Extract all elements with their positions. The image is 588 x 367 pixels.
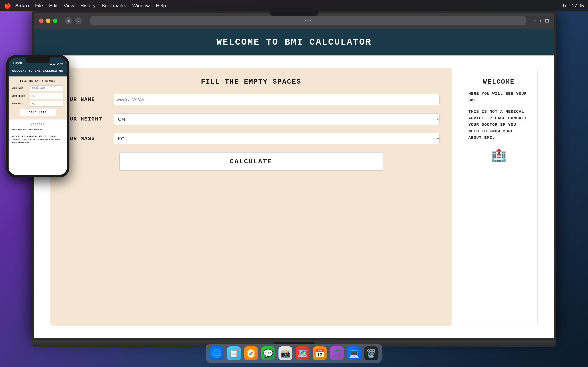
address-bar-dots: • • • bbox=[305, 18, 311, 23]
phone-status-icons: ▲▲ ⊙ ▭ bbox=[50, 62, 63, 65]
back-button[interactable]: ‹ bbox=[75, 17, 82, 25]
laptop-container: ⊞ ‹ • • • ↑ + ⊡ WELCOME TO BMI CALCULATO bbox=[32, 10, 556, 347]
mass-select[interactable]: KG bbox=[114, 133, 440, 144]
dock-icon-launchpad[interactable]: 📋 bbox=[227, 346, 241, 360]
menu-bar: 🍎 Safari File Edit View History Bookmark… bbox=[0, 0, 588, 11]
height-select[interactable]: CM bbox=[114, 113, 440, 125]
phone-height-row: YOUR HEIGHT bbox=[12, 93, 64, 99]
phone-body: 10:28 ▲▲ ⊙ ▭ WELCOME TO BMI CALCULATOR F… bbox=[6, 55, 69, 177]
dock-icon-messages[interactable]: 💬 bbox=[261, 346, 275, 360]
menu-safari[interactable]: Safari bbox=[15, 3, 29, 8]
menu-window[interactable]: Window bbox=[132, 3, 150, 8]
bmi-header: WELCOME TO BMI CALCULATOR bbox=[34, 29, 554, 55]
phone-height-input[interactable] bbox=[30, 93, 64, 99]
phone-mass-label: YOUR MASS bbox=[12, 103, 28, 105]
phone-welcome-text-2: THIS IS NOT A MEDICAL ADVICE. PLEASE CON… bbox=[12, 135, 64, 144]
mass-label: YOUR MASS bbox=[63, 136, 108, 142]
phone-screen: 10:28 ▲▲ ⊙ ▭ WELCOME TO BMI CALCULATOR F… bbox=[9, 58, 67, 175]
welcome-title: WELCOME bbox=[468, 78, 529, 86]
menu-bookmarks[interactable]: Bookmarks bbox=[102, 3, 126, 8]
menu-edit[interactable]: Edit bbox=[49, 3, 57, 8]
dock-icon-photos[interactable]: 📸 bbox=[278, 346, 292, 360]
browser-nav: ⊞ ‹ bbox=[65, 17, 82, 25]
name-label: YOUR NAME bbox=[63, 96, 108, 103]
battery-icon: ▭ bbox=[60, 62, 63, 65]
menu-history[interactable]: History bbox=[80, 3, 95, 8]
phone-welcome-text-1: HERE YOU WILL SEE YOUR BMI. bbox=[12, 128, 64, 131]
dock-icon-safari[interactable]: 🧭 bbox=[244, 346, 258, 360]
browser-content: WELCOME TO BMI CALCULATOR FILL THE EMPTY… bbox=[34, 29, 554, 338]
phone-mass-input[interactable] bbox=[30, 101, 64, 107]
dock-icon-trash[interactable]: 🗑️ bbox=[364, 346, 378, 360]
bmi-form-panel: FILL THE EMPTY SPACES YOUR NAME YOUR HEI… bbox=[51, 68, 452, 326]
browser-actions: ↑ + ⊡ bbox=[534, 18, 549, 24]
apple-menu-icon[interactable]: 🍎 bbox=[4, 2, 11, 9]
phone-form-title: FILL THE EMPTY SPACES bbox=[12, 80, 64, 83]
phone-name-row: YOUR NAME bbox=[12, 85, 64, 91]
phone-calculate-button[interactable]: CALCULATE bbox=[20, 109, 56, 116]
dock-icon-calendar[interactable]: 📅 bbox=[313, 346, 327, 360]
minimize-button[interactable] bbox=[46, 18, 51, 23]
dock: 🌐 📋 🧭 💬 📸 🗺️ 📅 🎵 💻 🗑️ bbox=[206, 344, 382, 363]
address-bar[interactable]: • • • bbox=[90, 16, 526, 25]
dock-icon-maps[interactable]: 🗺️ bbox=[296, 346, 310, 360]
bmi-form-title: FILL THE EMPTY SPACES bbox=[63, 78, 440, 86]
share-button[interactable]: ↑ bbox=[534, 18, 536, 24]
tabs-button[interactable]: ⊡ bbox=[545, 18, 549, 24]
bmi-welcome-panel: WELCOME HERE YOU WILL SEE YOUR BMI. THIS… bbox=[460, 68, 537, 326]
fullscreen-button[interactable] bbox=[53, 18, 57, 23]
phone-name-input[interactable] bbox=[30, 85, 64, 91]
mass-field-row: YOUR MASS KG bbox=[63, 133, 440, 144]
menu-bar-items: Safari File Edit View History Bookmarks … bbox=[15, 3, 166, 8]
phone-height-label: YOUR HEIGHT bbox=[12, 95, 28, 97]
new-tab-button[interactable]: + bbox=[539, 18, 542, 24]
menu-help[interactable]: Help bbox=[156, 3, 166, 8]
phone-header: WELCOME TO BMI CALCULATOR bbox=[9, 67, 67, 76]
calculate-button[interactable]: CALCULATE bbox=[119, 152, 383, 171]
bmi-app: WELCOME TO BMI CALCULATOR FILL THE EMPTY… bbox=[34, 29, 554, 338]
bmi-main-content: FILL THE EMPTY SPACES YOUR NAME YOUR HEI… bbox=[34, 55, 554, 338]
height-field-row: YOUR HEIGHT CM bbox=[63, 113, 440, 125]
hospital-icon: 🏥 bbox=[468, 148, 529, 162]
phone-mass-row: YOUR MASS bbox=[12, 101, 64, 107]
phone-app-title: WELCOME TO BMI CALCULATOR bbox=[12, 69, 64, 73]
phone-welcome-section: WELCOME HERE YOU WILL SEE YOUR BMI. THIS… bbox=[9, 119, 67, 147]
menu-view[interactable]: View bbox=[64, 3, 74, 8]
phone-content: FILL THE EMPTY SPACES YOUR NAME YOUR HEI… bbox=[9, 76, 67, 175]
close-button[interactable] bbox=[39, 18, 43, 23]
welcome-text-1: HERE YOU WILL SEE YOUR BMI. bbox=[468, 91, 529, 104]
phone-name-label: YOUR NAME bbox=[12, 87, 28, 90]
traffic-lights bbox=[39, 18, 57, 23]
phone-welcome-title: WELCOME bbox=[12, 123, 64, 126]
browser-chrome: ⊞ ‹ • • • ↑ + ⊡ WELCOME TO BMI CALCULATO bbox=[34, 13, 554, 338]
sidebar-toggle-button[interactable]: ⊞ bbox=[65, 17, 72, 25]
bmi-main-title: WELCOME TO BMI CALCULATOR bbox=[38, 37, 550, 47]
menu-file[interactable]: File bbox=[35, 3, 43, 8]
name-field-row: YOUR NAME bbox=[63, 94, 440, 105]
dock-icon-vscode[interactable]: 💻 bbox=[347, 346, 361, 360]
dock-icon-finder[interactable]: 🌐 bbox=[210, 346, 224, 360]
dock-icon-music[interactable]: 🎵 bbox=[330, 346, 344, 360]
phone-container: 10:28 ▲▲ ⊙ ▭ WELCOME TO BMI CALCULATOR F… bbox=[6, 55, 69, 177]
laptop-body: ⊞ ‹ • • • ↑ + ⊡ WELCOME TO BMI CALCULATO bbox=[32, 10, 556, 341]
height-label: YOUR HEIGHT bbox=[63, 116, 108, 122]
name-input[interactable] bbox=[114, 94, 440, 105]
phone-form-section: FILL THE EMPTY SPACES YOUR NAME YOUR HEI… bbox=[9, 76, 67, 119]
phone-time: 10:28 bbox=[13, 61, 22, 65]
menu-bar-time: Tue 17:05 bbox=[562, 3, 584, 8]
signal-icon: ▲▲ bbox=[50, 62, 55, 65]
phone-notch bbox=[26, 58, 50, 63]
menu-bar-right: Tue 17:05 bbox=[562, 3, 584, 8]
welcome-text-2: THIS IS NOT A MEDICAL ADVICE. PLEASE CON… bbox=[468, 108, 529, 141]
wifi-icon: ⊙ bbox=[57, 62, 59, 65]
